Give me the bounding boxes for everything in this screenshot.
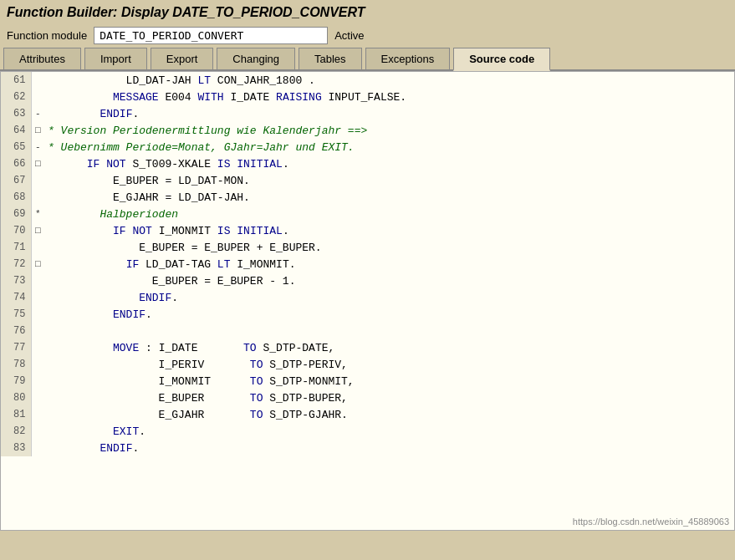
tab-changing[interactable]: Changing [217,48,295,69]
expand-col [31,373,44,389]
line-number: 73 [1,272,31,289]
expand-col [31,323,44,339]
expand-col[interactable]: - [31,139,44,155]
expand-col [31,239,44,256]
expand-col [31,423,44,440]
expand-col [31,172,44,189]
expand-col [31,289,44,306]
table-row: 67 E_BUPER = LD_DAT-MON. [1,172,734,189]
table-row: 70□ IF NOT I_MONMIT IS INITIAL. [1,222,734,239]
code-cell: E_GJAHR TO S_DTP-GJAHR. [44,406,734,423]
page-title: Function Builder: Display DATE_TO_PERIOD… [7,5,365,19]
table-row: 65-* Uebernimm Periode=Monat, GJahr=Jahr… [1,139,734,155]
line-number: 64 [1,122,31,139]
table-row: 74 ENDIF. [1,289,734,306]
expand-col [31,72,44,89]
expand-col[interactable]: * [31,206,44,222]
line-number: 80 [1,389,31,406]
expand-col [31,406,44,423]
line-number: 69 [1,206,31,222]
table-row: 81 E_GJAHR TO S_DTP-GJAHR. [1,406,734,423]
tab-tables[interactable]: Tables [299,48,362,69]
line-number: 79 [1,373,31,389]
table-row: 61 LD_DAT-JAH LT CON_JAHR_1800 . [1,72,734,89]
line-number: 70 [1,222,31,239]
table-row: 66□ IF NOT S_T009-XKALE IS INITIAL. [1,155,734,172]
line-number: 67 [1,172,31,189]
tab-import[interactable]: Import [84,48,147,69]
table-row: 82 EXIT. [1,423,734,440]
line-number: 81 [1,406,31,423]
line-number: 77 [1,339,31,356]
code-cell: ENDIF. [44,289,734,306]
code-cell: E_BUPER = LD_DAT-MON. [44,172,734,189]
code-cell: ENDIF. [44,105,734,122]
expand-col[interactable]: - [31,105,44,122]
tab-source-code[interactable]: Source code [453,48,550,71]
code-cell: ENDIF. [44,440,734,456]
code-area: 61 LD_DAT-JAH LT CON_JAHR_1800 .62 MESSA… [0,71,735,531]
table-row: 71 E_BUPER = E_BUPER + E_BUPER. [1,239,734,256]
function-module-row: Function module Active [0,23,735,48]
tab-exceptions[interactable]: Exceptions [365,48,451,69]
line-number: 62 [1,89,31,105]
line-number: 82 [1,423,31,440]
line-number: 74 [1,289,31,306]
line-number: 76 [1,323,31,339]
table-row: 78 I_PERIV TO S_DTP-PERIV, [1,356,734,373]
expand-col [31,339,44,356]
tab-bar: AttributesImportExportChangingTablesExce… [0,48,735,71]
code-cell: IF NOT I_MONMIT IS INITIAL. [44,222,734,239]
code-cell [44,323,734,339]
table-row: 79 I_MONMIT TO S_DTP-MONMIT, [1,373,734,389]
code-cell: EXIT. [44,423,734,440]
expand-col[interactable]: □ [31,256,44,272]
function-module-input[interactable] [94,27,328,44]
line-number: 65 [1,139,31,155]
watermark: https://blog.csdn.net/weixin_45889063 [573,517,729,527]
expand-col [31,440,44,456]
title-bar: Function Builder: Display DATE_TO_PERIOD… [0,0,735,23]
code-cell: MOVE : I_DATE TO S_DTP-DATE, [44,339,734,356]
line-number: 83 [1,440,31,456]
code-cell: MESSAGE E004 WITH I_DATE RAISING INPUT_F… [44,89,734,105]
code-cell: E_BUPER = E_BUPER - 1. [44,272,734,289]
code-cell: IF NOT S_T009-XKALE IS INITIAL. [44,155,734,172]
line-number: 72 [1,256,31,272]
code-cell: Halbperioden [44,206,734,222]
expand-col [31,189,44,206]
code-cell: * Uebernimm Periode=Monat, GJahr=Jahr un… [44,139,734,155]
tab-attributes[interactable]: Attributes [3,48,81,69]
table-row: 73 E_BUPER = E_BUPER - 1. [1,272,734,289]
code-cell: I_MONMIT TO S_DTP-MONMIT, [44,373,734,389]
expand-col [31,306,44,323]
table-row: 77 MOVE : I_DATE TO S_DTP-DATE, [1,339,734,356]
line-number: 75 [1,306,31,323]
line-number: 78 [1,356,31,373]
code-cell: E_GJAHR = LD_DAT-JAH. [44,189,734,206]
expand-col[interactable]: □ [31,155,44,172]
code-cell: E_BUPER = E_BUPER + E_BUPER. [44,239,734,256]
table-row: 76 [1,323,734,339]
function-module-label: Function module [7,29,87,42]
table-row: 80 E_BUPER TO S_DTP-BUPER, [1,389,734,406]
table-row: 62 MESSAGE E004 WITH I_DATE RAISING INPU… [1,89,734,105]
active-label: Active [334,29,364,42]
table-row: 63- ENDIF. [1,105,734,122]
table-row: 64□* Version Periodenermittlung wie Kale… [1,122,734,139]
line-number: 63 [1,105,31,122]
line-number: 68 [1,189,31,206]
table-row: 69 * Halbperioden [1,206,734,222]
expand-col [31,272,44,289]
line-number: 71 [1,239,31,256]
line-number: 66 [1,155,31,172]
tab-export[interactable]: Export [151,48,214,69]
code-cell: IF LD_DAT-TAG LT I_MONMIT. [44,256,734,272]
code-cell: ENDIF. [44,306,734,323]
expand-col[interactable]: □ [31,122,44,139]
line-number: 61 [1,72,31,89]
expand-col[interactable]: □ [31,222,44,239]
code-cell: LD_DAT-JAH LT CON_JAHR_1800 . [44,72,734,89]
table-row: 68 E_GJAHR = LD_DAT-JAH. [1,189,734,206]
table-row: 75 ENDIF. [1,306,734,323]
